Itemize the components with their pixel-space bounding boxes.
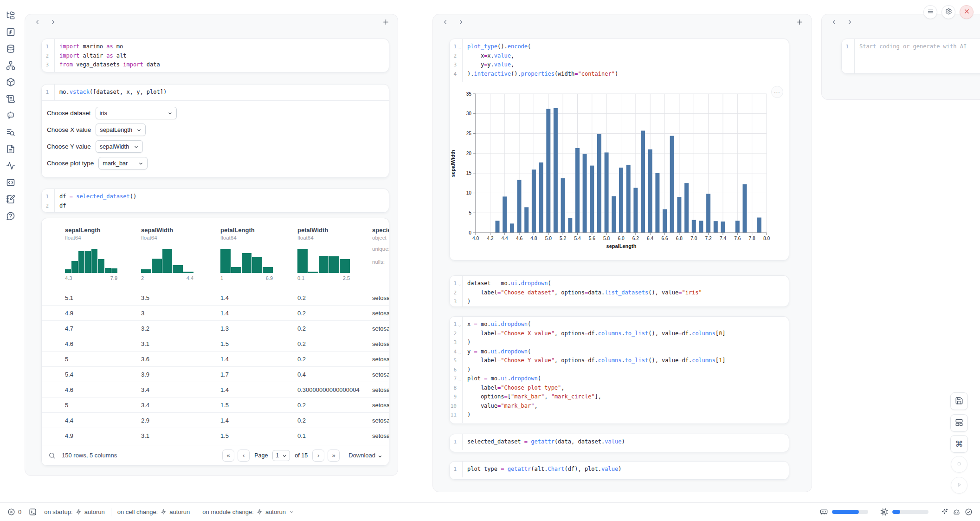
column-move-right-button[interactable] (845, 18, 854, 27)
add-cell-button[interactable] (795, 18, 804, 27)
code-editor[interactable]: 1plot_type = getattr(alt.Chart(df), plot… (450, 462, 789, 477)
assistant-button[interactable] (953, 508, 961, 516)
column-header-petalLength[interactable]: petalLengthfloat6416.9 (220, 227, 291, 281)
prev-page-button[interactable]: ‹ (238, 449, 250, 462)
choose-x-value-dropdown[interactable]: sepalLength (96, 124, 146, 136)
column-header-sepalLength[interactable]: sepalLengthfloat644.37.9 (65, 227, 135, 281)
code-editor[interactable]: 1selected_dataset = getattr(data, datase… (450, 434, 789, 450)
svg-text:25: 25 (466, 131, 472, 136)
table-row[interactable]: 53.61.40.2setosa (42, 351, 389, 366)
connection-status[interactable] (965, 508, 973, 516)
sidebar-item-tracing[interactable] (6, 161, 15, 170)
download-button[interactable]: Download (348, 452, 382, 459)
runtime-config-on-startup-[interactable]: on startup:autorun (44, 508, 105, 515)
code-cell[interactable]: 1plot_type = getattr(alt.Chart(df), plot… (449, 461, 789, 480)
choose-dataset-dropdown[interactable]: iris (96, 107, 177, 119)
code-cell[interactable]: 123dataset = mo.ui.dropdown( label="Choo… (449, 275, 789, 307)
column-move-left-button[interactable] (829, 18, 838, 27)
column-move-left-button[interactable] (32, 18, 42, 27)
chart-menu-button[interactable]: ⋯ (771, 86, 783, 98)
stop-button[interactable] (951, 456, 967, 473)
last-page-button[interactable]: » (328, 449, 340, 462)
tracing-icon (6, 164, 15, 172)
table-row[interactable]: 5.43.91.70.4setosa (42, 366, 389, 382)
line-number: 7 (450, 374, 462, 384)
save-button[interactable] (950, 392, 968, 410)
settings-button[interactable] (941, 5, 955, 19)
code-cell[interactable]: 1Start coding or generate with AI (841, 39, 980, 74)
table-row[interactable]: 4.63.11.50.2setosa (42, 336, 389, 351)
code-cell[interactable]: 12df = selected_dataset()df (41, 189, 389, 213)
code-cell[interactable]: 1234567891011x = mo.ui.dropdown( label="… (449, 316, 789, 424)
runtime-config-on-cell-change-[interactable]: on cell change:autorun (117, 508, 190, 515)
fold-toggle-icon[interactable] (458, 45, 462, 49)
page-select[interactable]: 1 (272, 450, 290, 461)
run-all-button[interactable] (951, 477, 967, 494)
fold-toggle-icon[interactable] (458, 322, 462, 326)
fold-toggle-icon[interactable] (458, 281, 462, 286)
column-header-sepalWidth[interactable]: sepalWidthfloat6424.4 (141, 227, 212, 281)
sidebar-item-outline[interactable] (6, 94, 15, 104)
sidebar-item-packages[interactable] (6, 78, 15, 87)
code-editor[interactable]: 12df = selected_dataset()df (42, 189, 389, 213)
choose-y-value-dropdown[interactable]: sepalWidth (96, 140, 143, 153)
ai-button[interactable] (941, 508, 948, 516)
notebook-menu-button[interactable] (923, 5, 937, 19)
terminal-button[interactable] (29, 508, 37, 516)
code-editor[interactable]: 1Start coding or generate with AI (842, 39, 980, 73)
table-row[interactable]: 5.13.51.40.2setosa (42, 290, 389, 305)
chevron-down-icon (134, 144, 139, 149)
code-cell[interactable]: 1234plot_type().encode( x=x.value, y=y.v… (449, 39, 789, 260)
layout-button[interactable] (950, 414, 968, 432)
shutdown-button[interactable] (960, 5, 974, 19)
table-row[interactable]: 4.93.11.50.1setosa (42, 428, 389, 443)
code-editor[interactable]: 123import marimo as moimport altair as a… (42, 39, 389, 72)
fold-toggle-icon[interactable] (458, 377, 462, 381)
code-editor[interactable]: 123dataset = mo.ui.dropdown( label="Choo… (450, 276, 789, 307)
column-header-petalWidth[interactable]: petalWidthfloat640.12.5 (297, 227, 368, 281)
column-move-right-button[interactable] (456, 18, 465, 27)
variables-icon (6, 30, 15, 38)
table-row[interactable]: 53.41.50.2setosa (42, 397, 389, 412)
sidebar-item-dependencies[interactable] (6, 61, 15, 70)
table-row[interactable]: 4.63.41.40.30000000000000004setosa (42, 382, 389, 397)
code-cell[interactable]: 123import marimo as moimport altair as a… (41, 39, 389, 72)
line-number-gutter: 123 (450, 276, 463, 307)
dataframe-table[interactable]: sepalLengthfloat644.37.9sepalWidthfloat6… (41, 218, 389, 466)
table-row[interactable]: 4.931.40.2setosa (42, 305, 389, 320)
column-stat: unique: (372, 245, 389, 254)
table-row[interactable]: 4.73.21.30.2setosa (42, 320, 389, 336)
sidebar-item-scratchpad[interactable] (6, 195, 15, 204)
column-header-species[interactable]: speciesobjectunique:nulls: (372, 227, 389, 267)
table-row[interactable]: 4.42.91.40.2setosa (42, 412, 389, 428)
bar-chart[interactable]: 051015202530354.04.24.44.64.85.05.25.45.… (450, 88, 774, 251)
search-icon[interactable] (48, 452, 56, 459)
table-cell: setosa (372, 290, 389, 306)
line-number: 3 (42, 60, 54, 70)
next-page-button[interactable]: › (312, 449, 324, 462)
add-cell-button[interactable] (381, 18, 390, 27)
choose-plot-type-dropdown[interactable]: mark_bar (98, 157, 148, 169)
code-cell[interactable]: 1mo.vstack([dataset, x, y, plot])Choose … (41, 84, 389, 178)
sidebar-item-documentation[interactable] (6, 144, 15, 154)
sidebar-item-chat[interactable] (6, 111, 15, 120)
runtime-config-on-module-change-[interactable]: on module change:autorun (202, 508, 295, 515)
sidebar-item-variables[interactable] (6, 27, 15, 37)
keyboard-shortcuts-button[interactable]: ⌘ (950, 435, 968, 453)
error-panel-toggle[interactable]: 0 (7, 508, 21, 516)
sidebar-item-datasources[interactable] (6, 44, 15, 53)
code-editor[interactable]: 1234567891011x = mo.ui.dropdown( label="… (450, 317, 789, 423)
code-line: ).interactive().properties(width="contai… (467, 70, 789, 79)
code-cell[interactable]: 1selected_dataset = getattr(data, datase… (449, 434, 789, 452)
sidebar-item-file-explorer[interactable] (6, 11, 15, 20)
code-editor[interactable]: 1234plot_type().encode( x=x.value, y=y.v… (450, 39, 789, 82)
first-page-button[interactable]: « (222, 449, 234, 462)
sidebar-item-snippets[interactable] (6, 178, 15, 187)
column-move-right-button[interactable] (48, 18, 58, 27)
column-move-left-button[interactable] (440, 18, 450, 27)
code-editor[interactable]: 1mo.vstack([dataset, x, y, plot]) (42, 85, 389, 100)
code-line: ) (467, 410, 789, 420)
fold-toggle-icon[interactable] (458, 350, 462, 354)
sidebar-item-logs[interactable] (6, 128, 15, 137)
sidebar-item-help[interactable] (6, 211, 15, 221)
